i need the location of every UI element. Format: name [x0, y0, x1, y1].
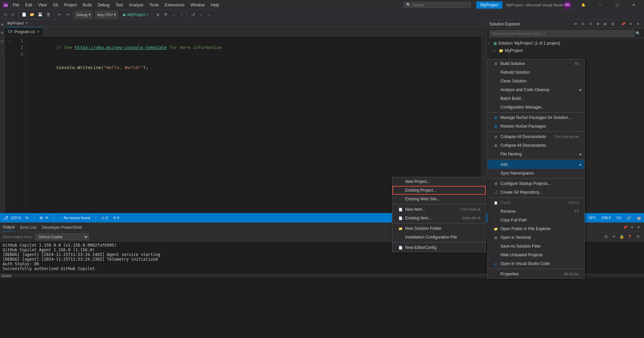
- menu-debug[interactable]: Debug: [95, 1, 112, 9]
- add-editorconfig[interactable]: 📄 New EditorConfig: [392, 243, 486, 252]
- status-toolbar-icon2[interactable]: ⟳: [45, 216, 48, 220]
- se-preview-icon[interactable]: ⊞: [602, 21, 608, 27]
- menu-file[interactable]: File: [10, 1, 22, 9]
- toolbar-save[interactable]: 💾: [37, 11, 44, 18]
- output-word-wrap-icon[interactable]: ↵: [610, 233, 617, 240]
- ctx-open-folder[interactable]: 📁 Open Folder in File Explorer: [488, 224, 584, 233]
- ctx-open-vscode[interactable]: ◈ Open in Visual Studio Code: [488, 259, 584, 268]
- toolbar-git3[interactable]: ↓: [205, 11, 213, 18]
- ctx-analyze[interactable]: Analyze and Code Cleanup: [488, 85, 584, 94]
- se-close-icon[interactable]: ✕: [635, 21, 641, 27]
- toolbar-step-in[interactable]: ↓: [170, 11, 177, 18]
- add-existing-item[interactable]: 📄 Existing Item... Shift+Alt+A: [392, 214, 486, 222]
- ctx-open-terminal[interactable]: ⊞ Open in Terminal: [488, 233, 584, 242]
- se-filter-icon[interactable]: ⊽: [587, 21, 594, 27]
- menu-extensions[interactable]: Extensions: [162, 1, 187, 9]
- menu-build[interactable]: Build: [80, 1, 95, 9]
- ctx-nuget-restore[interactable]: ⊞ Restore NuGet Packages: [488, 122, 584, 131]
- toolbar-git2[interactable]: ↕: [197, 11, 205, 18]
- user-avatar[interactable]: MK: [564, 1, 572, 9]
- menu-tools[interactable]: Tools: [147, 1, 161, 9]
- se-pin-icon[interactable]: 📌: [620, 21, 627, 27]
- menu-test[interactable]: Test: [113, 1, 126, 9]
- editor-tab-program[interactable]: C# Program.cs ✕: [5, 27, 43, 36]
- issues-badge[interactable]: ✓ No issues found: [59, 216, 90, 220]
- menu-help[interactable]: Help: [208, 1, 222, 9]
- run-button[interactable]: ▶ MyProject ▾: [121, 12, 150, 17]
- menu-project[interactable]: Project: [61, 1, 79, 9]
- toolbar-save-all[interactable]: 🗄: [45, 11, 52, 18]
- menu-view[interactable]: View: [36, 1, 50, 9]
- ctx-git-repo[interactable]: ⎇ Create Git Repository...: [488, 188, 584, 197]
- ctx-file-nesting[interactable]: File Nesting: [488, 150, 584, 158]
- notifications-icon[interactable]: 🔔: [576, 0, 591, 10]
- config-dropdown[interactable]: Debug ▾: [75, 11, 92, 18]
- toolbar-open[interactable]: 📂: [29, 11, 36, 18]
- menu-git[interactable]: Git: [50, 1, 61, 9]
- platform-dropdown[interactable]: Any CPU ▾: [96, 11, 117, 18]
- ctx-rename[interactable]: Rename F2: [488, 207, 584, 216]
- ctx-sync-namespaces[interactable]: Sync Namespaces: [488, 169, 584, 178]
- close-button[interactable]: ✕: [626, 0, 641, 10]
- output-tab-powershell[interactable]: Developer PowerShell: [42, 224, 82, 231]
- se-search-btn[interactable]: 🔍: [635, 30, 641, 37]
- toolbar-back[interactable]: ◁: [1, 11, 9, 18]
- output-clear-icon[interactable]: ⊡: [602, 233, 609, 240]
- breakpoint-area[interactable]: →: [5, 38, 12, 44]
- ctx-build-solution[interactable]: ⚙ Build Solution F6: [488, 59, 584, 68]
- ctx-save-filter[interactable]: Save As Solution Filter: [488, 242, 584, 251]
- se-project-node[interactable]: ▷ 📁 MyProject: [487, 47, 644, 54]
- toolbar-forward[interactable]: ▷: [9, 11, 17, 18]
- ctx-collapse[interactable]: ⊟ Collapse All Descendants Ctrl+Left Arr…: [488, 132, 584, 141]
- errors-icon[interactable]: ✕ 0: [113, 216, 119, 220]
- add-new-solution-folder[interactable]: 📁 New Solution Folder: [392, 224, 486, 233]
- toolbar-git1[interactable]: ⎇: [189, 11, 197, 18]
- toolbar-attach[interactable]: ⏸: [154, 11, 161, 18]
- output-source-select[interactable]: GitHub Copilot: [35, 233, 89, 240]
- ctx-rebuild-solution[interactable]: Rebuild Solution: [488, 68, 584, 77]
- se-search-input[interactable]: [489, 30, 635, 37]
- ctx-configure-startup[interactable]: ⚙ Configure Startup Projects...: [488, 179, 584, 188]
- ctx-clean-solution[interactable]: Clean Solution: [488, 77, 584, 85]
- se-props-icon[interactable]: ☰: [609, 21, 616, 27]
- add-existing-project[interactable]: Existing Project...: [392, 186, 486, 195]
- se-refresh-icon[interactable]: ↻: [580, 21, 586, 27]
- ctx-nuget-manage[interactable]: ⊞ Manage NuGet Packages for Solution...: [488, 113, 584, 122]
- add-new-item[interactable]: 📄 New Item... Ctrl+Shift+A: [392, 205, 486, 214]
- ctx-properties[interactable]: Properties Alt+Enter: [488, 270, 584, 278]
- se-arrow-icon[interactable]: ▾: [627, 21, 634, 27]
- tab-close-button[interactable]: ✕: [37, 30, 40, 33]
- output-lock-icon[interactable]: 🔒: [619, 233, 625, 240]
- ctx-config-manager[interactable]: Configuration Manager...: [488, 103, 584, 112]
- add-new-project[interactable]: New Project...: [392, 177, 486, 186]
- status-live-share[interactable]: 🔗: [627, 216, 631, 220]
- output-hscroll-thumb[interactable]: [1, 275, 11, 277]
- ctx-hide-unloaded[interactable]: Hide Unloaded Projects: [488, 251, 584, 259]
- ctx-new-se-view[interactable]: ⊞ Collapse All Descendants: [488, 141, 584, 150]
- output-settings-icon[interactable]: ⏱: [635, 233, 641, 240]
- menu-analyze[interactable]: Analyze: [126, 1, 146, 9]
- output-arrow-icon[interactable]: ▾: [629, 225, 635, 230]
- output-pin2-icon[interactable]: 📍: [627, 233, 633, 240]
- se-sync-icon[interactable]: ⟳: [572, 21, 579, 27]
- output-close-icon[interactable]: ✕: [636, 225, 641, 230]
- output-tab-output[interactable]: Output: [3, 223, 15, 231]
- ctx-batch-build[interactable]: Batch Build...: [488, 94, 584, 103]
- toolbar-step-over[interactable]: ⟳: [162, 11, 169, 18]
- maximize-button[interactable]: ▢: [609, 0, 625, 10]
- status-toolbar-icon1[interactable]: ⊞: [40, 216, 43, 220]
- warnings-icon[interactable]: ⚠ 0: [101, 216, 108, 220]
- ctx-add[interactable]: Add: [488, 160, 584, 169]
- project-tab[interactable]: MyProject: [476, 1, 502, 9]
- ctx-copy-path[interactable]: Copy Full Path: [488, 216, 584, 224]
- output-pin-icon[interactable]: 📌: [623, 225, 628, 230]
- add-install-config[interactable]: Installation Configuration File: [392, 233, 486, 242]
- toolbar-redo[interactable]: ↪: [64, 11, 71, 18]
- ctx-paste[interactable]: 📋 Paste Ctrl+V: [488, 198, 584, 207]
- toolbar-step-out[interactable]: ↑: [178, 11, 185, 18]
- menu-edit[interactable]: Edit: [22, 1, 35, 9]
- global-search-box[interactable]: 🔍 Search: [404, 2, 471, 8]
- status-copilot[interactable]: 🤖: [637, 216, 641, 220]
- toolbar-new[interactable]: 📄: [20, 11, 28, 18]
- git-branch-icon[interactable]: ⎇: [3, 215, 8, 220]
